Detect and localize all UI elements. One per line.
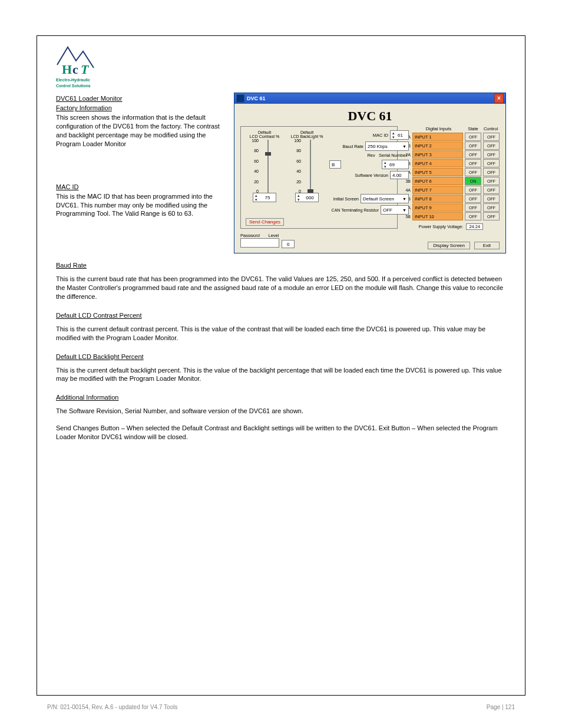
digital-input-row: 3BINPUT 6ONOFF bbox=[402, 177, 500, 185]
svg-text:c: c bbox=[72, 62, 78, 77]
di-name-field[interactable]: INPUT 5 bbox=[412, 168, 463, 176]
baud-combo[interactable]: 250 Kbps▼ bbox=[365, 141, 409, 151]
para-additional-1: The Software Revision, Serial Number, an… bbox=[56, 407, 506, 416]
para-contrast-pct: This is the current default contrast per… bbox=[56, 325, 506, 342]
exit-button[interactable]: Exit bbox=[474, 242, 500, 249]
heading-additional-info: Additional Information bbox=[56, 394, 506, 401]
canterm-combo[interactable]: OFF▼ bbox=[381, 205, 409, 215]
di-name-field[interactable]: INPUT 9 bbox=[412, 203, 463, 212]
di-header-inputs: Digital Inputs bbox=[413, 126, 464, 131]
di-control-button[interactable]: OFF bbox=[483, 195, 500, 203]
password-input[interactable] bbox=[240, 238, 279, 248]
di-state-button[interactable]: OFF bbox=[465, 203, 481, 212]
contrast-label-1: Default bbox=[246, 130, 283, 134]
psv-value: 24.24 bbox=[466, 223, 483, 230]
di-state-button[interactable]: ON bbox=[465, 177, 481, 185]
rev-field[interactable]: B bbox=[329, 160, 341, 169]
footer-right: Page | 121 bbox=[487, 704, 515, 710]
di-state-button[interactable]: OFF bbox=[465, 212, 481, 220]
heading-baud-rate: Baud Rate bbox=[56, 262, 225, 269]
di-control-button[interactable]: OFF bbox=[483, 177, 500, 185]
backlight-slider[interactable]: 100 80 60 40 20 0 bbox=[301, 140, 313, 193]
logo-tagline-2: Control Solutions bbox=[56, 84, 100, 88]
digital-input-row: 3AINPUT 5OFFOFF bbox=[402, 168, 500, 176]
heading-mac-id: MAC ID bbox=[56, 183, 225, 190]
digital-input-row: 5BINPUT 10OFFOFF bbox=[402, 212, 500, 220]
di-name-field[interactable]: INPUT 7 bbox=[412, 186, 463, 194]
heading-contrast-pct: Default LCD Contrast Percent bbox=[56, 312, 506, 319]
di-state-button[interactable]: OFF bbox=[465, 168, 481, 176]
para-additional-2: Send Changes Button – When selected the … bbox=[56, 424, 506, 442]
di-name-field[interactable]: INPUT 3 bbox=[412, 150, 463, 159]
para-factory-info: This screen shows the information that i… bbox=[56, 113, 225, 148]
contrast-spinner[interactable]: ▴▾75 bbox=[253, 193, 276, 202]
digital-input-row: 1AINPUT 1OFFOFF bbox=[402, 133, 500, 141]
company-logo: H c T Electro-Hydraulic Control Solution… bbox=[56, 44, 100, 88]
initscreen-combo[interactable]: Default Screen▼ bbox=[361, 194, 409, 203]
display-screen-button[interactable]: Display Screen bbox=[428, 242, 470, 249]
di-control-button[interactable]: OFF bbox=[483, 141, 500, 150]
di-state-button[interactable]: OFF bbox=[465, 141, 481, 150]
serial-spinner[interactable]: ▴▾69 bbox=[382, 160, 409, 169]
digital-input-row: 1BINPUT 2OFFOFF bbox=[402, 141, 500, 150]
level-label: Level bbox=[269, 233, 279, 238]
digital-input-row: 4AINPUT 7OFFOFF bbox=[402, 186, 500, 194]
di-state-button[interactable]: OFF bbox=[465, 159, 481, 167]
di-name-field[interactable]: INPUT 6 bbox=[412, 177, 463, 185]
digital-input-row: 2BINPUT 4OFFOFF bbox=[402, 159, 500, 167]
di-control-button[interactable]: OFF bbox=[483, 159, 500, 167]
di-control-button[interactable]: OFF bbox=[483, 168, 500, 176]
di-name-field[interactable]: INPUT 4 bbox=[412, 159, 463, 167]
config-panel: Default LCD Contrast % 100 80 60 bbox=[240, 126, 398, 229]
macid-label: MAC ID bbox=[329, 133, 390, 138]
para-mac-id: This is the MAC ID that has been program… bbox=[56, 192, 225, 219]
baud-label: Baud Rate bbox=[329, 144, 365, 149]
contrast-slider[interactable]: 100 80 60 40 20 0 bbox=[259, 140, 270, 193]
di-state-button[interactable]: OFF bbox=[465, 186, 481, 194]
digital-input-row: 5AINPUT 9OFFOFF bbox=[402, 203, 500, 212]
svg-text:H: H bbox=[62, 62, 72, 77]
digital-input-row: 4BINPUT 8OFFOFF bbox=[402, 195, 500, 203]
heading-backlight-pct: Default LCD Backlight Percent bbox=[56, 353, 506, 360]
send-changes-button[interactable]: Send Changes bbox=[246, 218, 284, 226]
backlight-label-1: Default bbox=[288, 130, 326, 134]
digital-input-row: 2AINPUT 3OFFOFF bbox=[402, 150, 500, 159]
di-name-field[interactable]: INPUT 10 bbox=[412, 212, 463, 220]
di-state-button[interactable]: OFF bbox=[465, 195, 481, 203]
level-value: 0 bbox=[282, 240, 295, 248]
digital-inputs-panel: Digital Inputs State Control 1AINPUT 1OF… bbox=[402, 126, 500, 229]
swver-label: Software Version bbox=[329, 173, 390, 178]
contrast-label-2: LCD Contrast % bbox=[246, 134, 283, 139]
window-titlebar[interactable]: DVC 61 × bbox=[234, 93, 505, 104]
window-title: DVC 61 bbox=[247, 95, 266, 101]
di-state-button[interactable]: OFF bbox=[465, 150, 481, 159]
di-control-button[interactable]: OFF bbox=[483, 150, 500, 159]
heading-dvc61-loader-monitor: DVC61 Loader Monitor bbox=[56, 95, 225, 102]
password-label: Password bbox=[240, 233, 260, 238]
di-header-control: Control bbox=[482, 126, 500, 131]
canterm-label: CAN Terminating Resistor bbox=[329, 208, 381, 212]
initscreen-label: Initial Screen bbox=[329, 196, 361, 202]
svg-text:T: T bbox=[81, 62, 90, 77]
macid-spinner[interactable]: ▴▾61 bbox=[390, 130, 409, 140]
di-name-field[interactable]: INPUT 2 bbox=[412, 141, 463, 150]
di-control-button[interactable]: OFF bbox=[483, 203, 500, 212]
swver-field: 4.00 bbox=[390, 171, 409, 179]
para-backlight-pct: This is the current default backlight pe… bbox=[56, 366, 506, 384]
di-name-field[interactable]: INPUT 1 bbox=[412, 133, 463, 141]
dvc61-window: DVC 61 × DVC 61 Default bbox=[234, 93, 506, 253]
di-name-field[interactable]: INPUT 8 bbox=[412, 195, 463, 203]
heading-factory-info: Factory Information bbox=[56, 104, 225, 111]
psv-label: Power Supply Voltage: bbox=[419, 224, 463, 229]
di-control-button[interactable]: OFF bbox=[483, 212, 500, 220]
backlight-spinner[interactable]: ▴▾000 bbox=[295, 193, 319, 202]
app-header: DVC 61 bbox=[240, 108, 500, 124]
di-state-button[interactable]: OFF bbox=[465, 133, 481, 141]
logo-tagline-1: Electro-Hydraulic bbox=[56, 78, 100, 83]
para-baud-rate: This is the current baud rate that has b… bbox=[56, 275, 506, 301]
di-control-button[interactable]: OFF bbox=[483, 186, 500, 194]
close-icon[interactable]: × bbox=[494, 94, 504, 103]
backlight-label-2: LCD BackLight % bbox=[288, 134, 326, 139]
di-control-button[interactable]: OFF bbox=[483, 133, 500, 141]
di-header-state: State bbox=[464, 126, 482, 131]
